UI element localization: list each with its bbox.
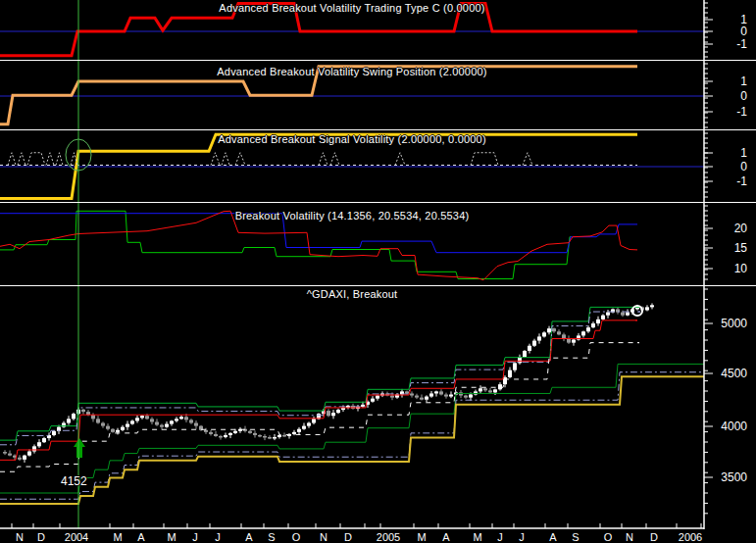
candle-body [601, 316, 605, 320]
x-axis-month-label: A [549, 531, 556, 543]
series-band-yellow [0, 376, 706, 504]
y-axis-value-label: 4500 [702, 367, 747, 380]
pane-breakout-volatility[interactable] [0, 211, 637, 279]
candle-body [542, 332, 546, 336]
chart-canvas[interactable] [0, 0, 756, 543]
candle-body [474, 391, 478, 394]
x-axis-month-label: A [245, 531, 252, 543]
buy-price-label: 4152 [61, 474, 87, 488]
series-volatility-green [0, 211, 571, 278]
candle-body [626, 313, 630, 316]
candle-body [81, 410, 85, 412]
candle-body [557, 331, 561, 334]
candle-body [106, 426, 110, 429]
candle-body [645, 307, 649, 310]
candle-body [282, 435, 286, 437]
y-axis-value-label: 4000 [702, 420, 747, 433]
pane-gdaxi[interactable] [0, 303, 706, 503]
candle-body [37, 442, 41, 446]
candle-body [42, 438, 46, 442]
signal-bump [235, 153, 245, 166]
candle-body [606, 313, 610, 316]
x-axis-month-label: N [320, 531, 328, 543]
candle-body [268, 437, 272, 439]
candle-body [523, 351, 527, 357]
pane-signal-volatility[interactable] [0, 134, 704, 198]
candle-body [498, 384, 502, 389]
candle-body [488, 390, 492, 392]
x-axis-month-label: N [626, 531, 633, 543]
candle-body [214, 434, 218, 436]
series-band-mid-red [0, 321, 637, 460]
signal-bump [395, 153, 405, 166]
series-band-lower-lavender [0, 372, 706, 500]
signal-bump [319, 153, 328, 166]
candle-body [145, 416, 149, 419]
x-axis-month-label: 2004 [65, 531, 88, 543]
candle-body [650, 305, 654, 307]
candle-body [307, 423, 311, 426]
candle-body [121, 427, 125, 430]
x-axis-month-label: S [572, 531, 579, 543]
candle-body [596, 320, 600, 323]
pane-swing-position[interactable] [0, 67, 704, 124]
candle-body [331, 413, 335, 416]
x-axis-month-label: J [192, 531, 198, 543]
candle-body [72, 414, 76, 419]
candle-body [547, 328, 551, 332]
candle-body [327, 411, 330, 416]
y-axis-value-label: -1 [702, 105, 747, 119]
x-axis-month-label: J [497, 531, 503, 543]
y-axis-value-label: 20 [702, 222, 747, 235]
x-axis-month-label: D [650, 531, 658, 543]
candle-body [483, 388, 487, 390]
candle-body [434, 391, 438, 393]
candle-body [179, 417, 183, 419]
candle-body [233, 431, 237, 433]
x-axis-month-label: M [473, 531, 481, 543]
y-axis-value-label: 10 [702, 262, 747, 275]
candle-body [351, 406, 355, 409]
candle-body [52, 431, 56, 435]
candle-body [27, 452, 31, 456]
candle-body [581, 331, 585, 335]
candle-body [150, 419, 154, 421]
x-axis-month-label: A [442, 531, 449, 543]
y-axis-value-label: -1 [702, 37, 747, 51]
candle-body [449, 394, 453, 396]
candle-body [8, 454, 12, 456]
candle-body [493, 389, 497, 392]
candle-body [586, 327, 590, 331]
x-axis-month-label: D [37, 531, 45, 543]
candle-body [390, 396, 394, 398]
candle-body [189, 420, 193, 422]
candle-body [562, 334, 566, 338]
candle-body [67, 419, 71, 422]
series-volatility-red [0, 211, 637, 279]
signal-bump [211, 153, 220, 166]
candle-body [140, 416, 144, 418]
y-axis-value-label: 5000 [702, 317, 747, 330]
pane-trading-type[interactable] [0, 3, 704, 55]
candle-body [101, 423, 105, 426]
candle-body [567, 338, 571, 342]
candle-body [96, 419, 100, 422]
x-axis-month-label: M [417, 531, 426, 543]
candle-body [18, 458, 22, 460]
x-axis-month-label: 2005 [377, 531, 400, 543]
y-axis-value-label: 1 [702, 74, 747, 88]
signal-bump [56, 153, 63, 166]
x-axis-month-label: N [16, 531, 24, 543]
signal-bump [471, 153, 498, 166]
candle-body [429, 393, 433, 396]
candle-body [224, 435, 227, 437]
candle-body [253, 433, 257, 435]
candle-body [479, 388, 482, 391]
candle-body [469, 394, 473, 397]
x-axis-month-label: M [113, 531, 122, 543]
series-swing-position [0, 67, 637, 124]
candle-body [376, 396, 379, 399]
signal-bump [330, 153, 339, 166]
candle-body [405, 391, 409, 393]
candle-body [155, 421, 159, 424]
